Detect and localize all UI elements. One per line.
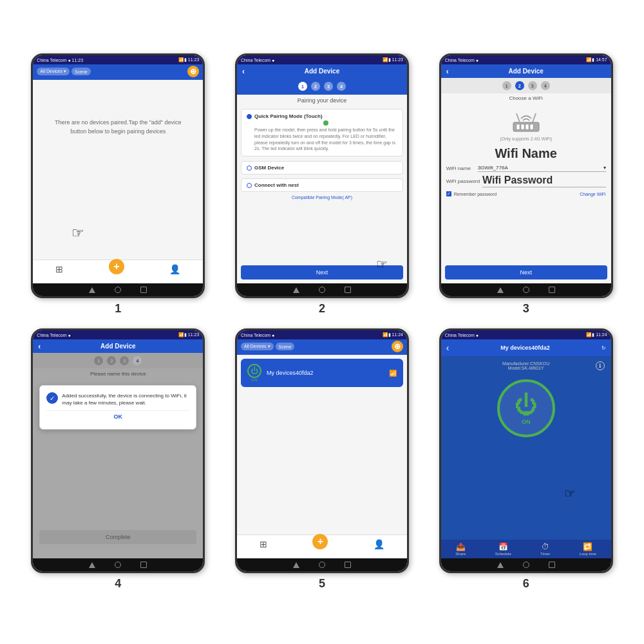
step-1-container: China Telecom ● 11:23 📶▮ 11:23 All Devic… xyxy=(26,53,211,316)
s4-title: Add Device xyxy=(100,343,135,350)
svg-rect-1 xyxy=(516,124,520,129)
s6-manufacturer: Manufacturer:CNSKOU xyxy=(502,361,549,366)
s3-remember-check[interactable]: ✓ xyxy=(446,191,451,196)
s5-device-name: My devices40fda2 xyxy=(267,370,384,376)
s3-home-nav[interactable] xyxy=(523,287,529,293)
s4-recent-nav[interactable] xyxy=(140,562,147,568)
s5-power-btn[interactable]: ⏻ xyxy=(247,364,261,378)
s6-big-power-btn[interactable]: ⏻ ON xyxy=(497,379,555,437)
s5-bottombar: ⊞ + 👤 xyxy=(237,535,407,558)
s1-statusbar: China Telecom ● 11:23 📶▮ 11:23 xyxy=(33,55,203,64)
s5-tab-scene[interactable]: Scene xyxy=(276,343,295,350)
s6-timer-item[interactable]: ⏱ Timer xyxy=(540,542,550,556)
s3-change-wifi[interactable]: Change WiFi xyxy=(580,192,605,196)
s6-bottom-controls: 📤 Share 📅 Schedule ⏱ Timer 🔁 Loop time xyxy=(441,540,611,558)
step-5-label: 5 xyxy=(319,577,325,591)
s1-home-nav[interactable] xyxy=(115,287,121,293)
s6-info-icon[interactable]: ℹ xyxy=(596,361,605,370)
step-6-container: China Telecom ● 📶▮ 11:24 ‹ My devices40f… xyxy=(433,328,618,591)
s2-green-indicator xyxy=(323,120,328,126)
s6-back-nav[interactable] xyxy=(497,562,504,568)
s6-device-title: My devices40fda2 xyxy=(500,345,550,351)
s5-device-item[interactable]: ⏻ ON My devices40fda2 📶 xyxy=(241,359,403,387)
step-5-phone: China Telecom ● 📶▮ 11:24 All Devices ▾ S… xyxy=(235,328,409,573)
s6-share-label: Share xyxy=(455,552,466,556)
s3-remember-label: Remember password xyxy=(454,192,497,196)
s4-success-row: ✓ Added successfully, the device is conn… xyxy=(46,392,189,406)
s1-tab-scene[interactable]: Scene xyxy=(71,68,91,75)
s3-next-btn[interactable]: Next xyxy=(445,265,607,279)
s2-recent-nav[interactable] xyxy=(345,287,351,293)
s6-recent-nav[interactable] xyxy=(549,562,555,568)
s2-body: 1 2 3 4 Pairing your device Quick Pairin… xyxy=(237,78,407,283)
s1-user-icon[interactable]: 👤 xyxy=(169,264,180,279)
s6-cursor: ☞ xyxy=(564,486,576,501)
s6-refresh-icon[interactable]: ↻ xyxy=(601,345,606,351)
s2-compat-link[interactable]: Compatible Pairing Mode( AP) xyxy=(237,194,407,201)
s6-share-icon: 📤 xyxy=(456,542,466,551)
s3-back-nav[interactable] xyxy=(497,287,504,293)
s6-schedule-item[interactable]: 📅 Schedule xyxy=(495,542,511,556)
s2-cursor: ☞ xyxy=(376,256,388,272)
s5-tab-devices[interactable]: All Devices ▾ xyxy=(241,343,274,350)
s5-power-icon: ⏻ xyxy=(251,366,258,375)
s2-back-nav[interactable] xyxy=(293,287,299,293)
s4-header: ‹ Add Device xyxy=(33,339,203,353)
s5-statusbar: China Telecom ● 📶▮ 11:24 xyxy=(237,330,407,339)
s6-back[interactable]: ‹ xyxy=(446,343,450,353)
s3-body: 1 2 3 4 Choose a WiFi xyxy=(441,78,611,283)
s2-nest-radio[interactable] xyxy=(247,183,252,188)
s5-body: ⏻ ON My devices40fda2 📶 xyxy=(237,355,407,535)
s3-wifi-pass-field[interactable]: Wifi Password xyxy=(482,175,606,187)
s5-recent-nav[interactable] xyxy=(345,562,351,568)
s2-nest-label: Connect with nest xyxy=(254,182,299,188)
s6-schedule-label: Schedule xyxy=(495,552,511,556)
s4-ok-button[interactable]: OK xyxy=(46,410,189,422)
s1-recent-nav[interactable] xyxy=(140,287,147,293)
s5-user-icon[interactable]: 👤 xyxy=(374,539,384,554)
s5-add-button[interactable]: ⊕ xyxy=(392,341,403,352)
s4-success-icon: ✓ xyxy=(46,392,58,404)
step-6-phone: China Telecom ● 📶▮ 11:24 ‹ My devices40f… xyxy=(439,328,613,573)
s3-dot-4: 4 xyxy=(541,81,550,90)
s2-home-nav[interactable] xyxy=(319,287,325,293)
step-3-label: 3 xyxy=(523,302,529,316)
s6-home-nav[interactable] xyxy=(523,562,529,568)
step-3-phone: China Telecom ● 📶▮ 14:57 ‹ Add Device 1 … xyxy=(439,53,613,298)
s3-recent-nav[interactable] xyxy=(549,287,555,293)
s1-tab-devices[interactable]: All Devices ▾ xyxy=(37,68,70,75)
s2-dot-1: 1 xyxy=(298,82,307,91)
s3-steps-row: 1 2 3 4 xyxy=(441,78,611,93)
s1-tabs: All Devices ▾ Scene xyxy=(37,68,90,75)
s3-wifi-name-field[interactable]: 3GWifi_776A ▾ xyxy=(478,165,606,172)
s2-quick-desc: Power up the model, then press and hold … xyxy=(254,127,397,152)
s2-dot-2: 2 xyxy=(311,82,320,91)
s3-choose-wifi: Choose a WiFi xyxy=(441,93,611,103)
s3-back[interactable]: ‹ xyxy=(446,67,449,76)
s6-share-item[interactable]: 📤 Share xyxy=(455,542,466,556)
s1-add-button[interactable]: ⊕ xyxy=(187,66,199,77)
s1-plus-button[interactable]: + xyxy=(109,259,124,274)
s6-loop-icon: 🔁 xyxy=(583,542,592,551)
s5-wifi-signal-icon: 📶 xyxy=(389,370,397,377)
s5-home-nav[interactable] xyxy=(319,562,325,568)
step-5-container: China Telecom ● 📶▮ 11:24 All Devices ▾ S… xyxy=(230,328,415,591)
s5-home-icon[interactable]: ⊞ xyxy=(260,539,267,554)
s1-back-nav[interactable] xyxy=(89,287,95,293)
s2-back[interactable]: ‹ xyxy=(242,67,245,76)
s6-loop-item[interactable]: 🔁 Loop time xyxy=(580,542,596,556)
s1-bottombar: ⊞ + 👤 xyxy=(33,260,203,283)
s1-home-icon[interactable]: ⊞ xyxy=(55,264,63,279)
step-1-phone: China Telecom ● 11:23 📶▮ 11:23 All Devic… xyxy=(31,53,205,298)
s2-gsm-radio[interactable] xyxy=(247,166,252,171)
s6-on-label: ON xyxy=(522,419,531,425)
s5-back-nav[interactable] xyxy=(293,562,299,568)
s2-quick-radio[interactable] xyxy=(247,114,252,119)
s5-plus-button[interactable]: + xyxy=(312,534,328,549)
s4-back-nav[interactable] xyxy=(89,562,95,568)
s6-power-icon: ⏻ xyxy=(515,392,538,419)
s3-router-icon-area: (Only supports 2.4G WiFi) xyxy=(441,103,611,144)
s4-back[interactable]: ‹ xyxy=(38,342,41,351)
svg-rect-4 xyxy=(530,124,533,129)
s4-home-nav[interactable] xyxy=(115,562,121,568)
